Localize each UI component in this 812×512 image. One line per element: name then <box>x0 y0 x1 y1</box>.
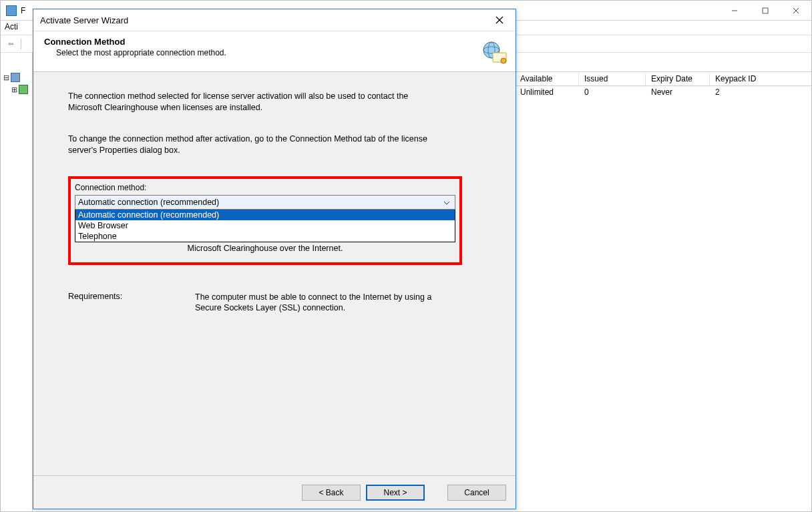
back-button[interactable]: < Back <box>302 485 361 501</box>
chevron-down-icon <box>441 198 452 208</box>
svg-point-10 <box>501 58 506 63</box>
requirements-row: Requirements: The computer must be able … <box>68 292 481 314</box>
tree-server-icon <box>19 85 28 94</box>
requirements-label: Requirements: <box>68 292 195 314</box>
svg-rect-1 <box>763 8 768 13</box>
col-keypack[interactable]: Keypack ID <box>710 72 811 85</box>
tree-node-icon <box>11 73 20 82</box>
wizard-header-title: Connection Method <box>44 37 505 47</box>
globe-certificate-icon <box>481 39 508 66</box>
wizard-header-subtitle: Select the most appropriate connection m… <box>56 48 505 57</box>
wizard-titlebar[interactable]: Activate Server Wizard <box>33 9 516 31</box>
close-button[interactable] <box>781 1 811 21</box>
dropdown-option-automatic[interactable]: Automatic connection (recommended) <box>75 210 455 220</box>
next-button[interactable]: Next > <box>366 485 425 501</box>
app-title-partial: F <box>21 6 25 15</box>
connection-method-highlight: Connection method: Automatic connection … <box>68 176 462 265</box>
cell-available: Unlimited <box>515 86 579 99</box>
wizard-close-button[interactable] <box>490 11 509 29</box>
tree-pane[interactable]: ⊟ ⊞ <box>1 53 33 511</box>
menu-item-action[interactable]: Acti <box>5 22 18 31</box>
tree-child-row[interactable]: ⊞ <box>3 85 29 94</box>
wizard-paragraph-1: The connection method selected for licen… <box>68 91 442 113</box>
minimize-button[interactable] <box>719 1 750 21</box>
col-expiry[interactable]: Expiry Date <box>646 72 710 85</box>
window-controls <box>719 1 811 21</box>
wizard-body: The connection method selected for licen… <box>33 72 516 475</box>
toolbar-btn-1[interactable]: ⇦ <box>5 38 17 50</box>
tree-root-row[interactable]: ⊟ <box>3 73 29 82</box>
maximize-button[interactable] <box>750 1 781 21</box>
wizard-title: Activate Server Wizard <box>40 15 128 25</box>
wizard-paragraph-2: To change the connection method after ac… <box>68 134 442 156</box>
connection-method-dropdown[interactable]: Automatic connection (recommended) <box>75 195 455 210</box>
col-available[interactable]: Available <box>515 72 579 85</box>
dropdown-option-web-browser[interactable]: Web Browser <box>75 220 455 231</box>
dropdown-option-telephone[interactable]: Telephone <box>75 231 455 242</box>
cell-expiry: Never <box>646 86 710 99</box>
cell-keypack: 2 <box>710 86 811 99</box>
toolbar-separator <box>21 39 21 49</box>
app-icon <box>6 5 17 16</box>
cell-issued: 0 <box>579 86 646 99</box>
dropdown-selected-text: Automatic connection (recommended) <box>78 198 219 207</box>
cancel-button[interactable]: Cancel <box>447 485 506 501</box>
tree-collapse-icon[interactable]: ⊟ <box>3 73 9 82</box>
activate-server-wizard: Activate Server Wizard Connection Method… <box>33 9 516 509</box>
requirements-text: The computer must be able to connect to … <box>195 292 449 314</box>
wizard-header: Connection Method Select the most approp… <box>33 31 516 72</box>
description-fragment: Microsoft Clearinghouse over the Interne… <box>75 244 455 253</box>
wizard-footer: < Back Next > Cancel <box>33 475 516 509</box>
dropdown-options-list: Automatic connection (recommended) Web B… <box>75 210 455 242</box>
col-issued[interactable]: Issued <box>579 72 646 85</box>
connection-method-label: Connection method: <box>75 183 455 192</box>
tree-expand-icon[interactable]: ⊞ <box>11 85 17 94</box>
